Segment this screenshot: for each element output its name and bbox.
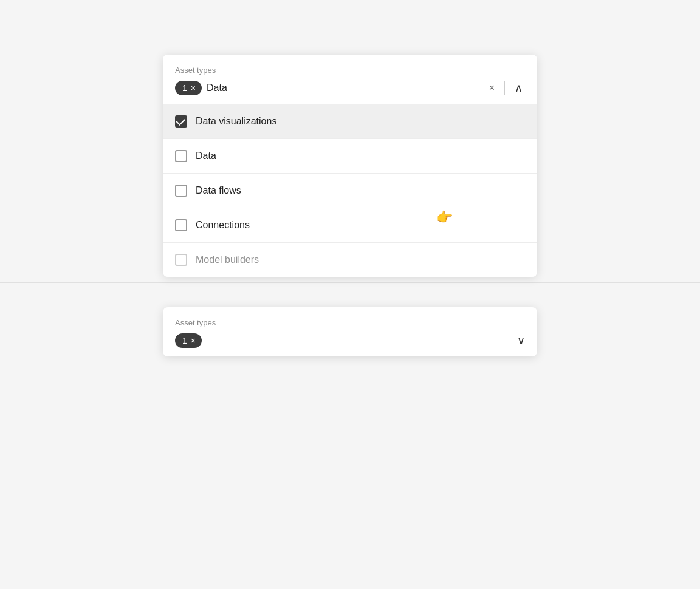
search-row: 1 × × ∧ (175, 81, 525, 95)
search-input[interactable] (207, 83, 482, 94)
item-label-data: Data (196, 151, 216, 162)
vertical-divider (504, 81, 505, 95)
bottom-dropdown: Asset types 1 × ∨ (163, 307, 537, 356)
chevron-down-icon[interactable]: ∨ (517, 334, 525, 347)
checkbox-connections[interactable] (175, 219, 187, 231)
bottom-badge-close-button[interactable]: × (191, 336, 196, 346)
list-item[interactable]: Data (163, 139, 537, 174)
top-dropdown-wrapper: Asset types 1 × × ∧ Data visualizations (163, 55, 537, 282)
clear-icon[interactable]: × (487, 83, 497, 94)
list-item[interactable]: Model builders (163, 243, 537, 277)
checkbox-model-builders[interactable] (175, 254, 187, 266)
bottom-asset-types-label: Asset types (175, 318, 525, 327)
checkbox-data-flows[interactable] (175, 185, 187, 197)
badge-close-button[interactable]: × (191, 83, 196, 93)
list-item[interactable]: Data flows (163, 174, 537, 208)
filter-badge[interactable]: 1 × (175, 81, 202, 95)
asset-types-label: Asset types (175, 66, 525, 75)
item-label-data-visualizations: Data visualizations (196, 116, 276, 127)
dropdown-list: Data visualizations Data Data flows Conn… (163, 104, 537, 277)
chevron-up-icon[interactable]: ∧ (512, 81, 525, 95)
badge-count: 1 (182, 83, 187, 93)
top-dropdown: Asset types 1 × × ∧ Data visualizations (163, 55, 537, 277)
item-label-model-builders: Model builders (196, 254, 259, 265)
dropdown-header: Asset types 1 × × ∧ (163, 55, 537, 104)
bottom-filter-badge[interactable]: 1 × (175, 333, 202, 348)
bottom-search-row: 1 × ∨ (175, 333, 525, 348)
list-item[interactable]: Connections (163, 208, 537, 243)
bottom-badge-count: 1 (182, 336, 187, 346)
item-label-data-flows: Data flows (196, 185, 241, 196)
item-label-connections: Connections (196, 220, 250, 231)
checkbox-data[interactable] (175, 150, 187, 162)
list-item[interactable]: Data visualizations (163, 104, 537, 139)
bottom-dropdown-header: Asset types 1 × ∨ (163, 307, 537, 356)
checkbox-data-visualizations[interactable] (175, 115, 187, 128)
